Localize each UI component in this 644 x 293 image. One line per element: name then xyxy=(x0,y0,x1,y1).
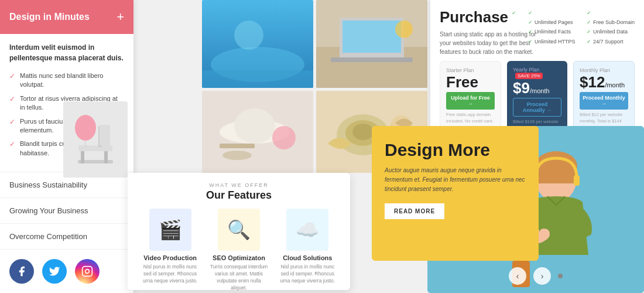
svg-rect-9 xyxy=(83,267,93,277)
svg-rect-24 xyxy=(220,144,255,148)
purchase-feature-item: Unlimited HTTPS xyxy=(528,37,575,46)
plan-price: Free xyxy=(446,74,495,90)
nav-item[interactable]: Growing Your Business xyxy=(0,198,133,224)
nav-items: Business SustainabilityGrowing Your Busi… xyxy=(0,172,133,250)
carousel-prev-button[interactable]: ‹ xyxy=(509,267,526,285)
svg-rect-6 xyxy=(100,125,110,146)
left-panel: Design in Minutes + Interdum velit euism… xyxy=(0,0,133,293)
feature-name: Video Production xyxy=(141,254,200,261)
plan-button-starter[interactable]: Upload for Free → xyxy=(446,92,495,110)
plan-price: $9/month xyxy=(513,80,561,96)
design-more-card: Design More Auctor augue mauris augue ne… xyxy=(372,126,539,261)
photo-1 xyxy=(202,0,313,88)
feature-icon: 🔍 xyxy=(218,209,260,251)
accordion-header[interactable]: Design in Minutes + xyxy=(0,0,133,34)
svg-point-7 xyxy=(75,115,96,141)
features-title: Our Features xyxy=(136,189,342,202)
plan-note: Free static.app domain included. No cred… xyxy=(446,112,495,124)
feature-item: 🎬Video ProductionNisl purus in mollis nu… xyxy=(141,209,200,292)
plan-label: Starter Plan xyxy=(446,67,495,73)
feature-item: ☁️Cloud SolutionsNisl purus in mollis nu… xyxy=(278,209,337,292)
feature-icon: 🎬 xyxy=(149,209,191,251)
features-card: WHAT WE OFFER Our Features 🎬Video Produc… xyxy=(128,173,350,290)
purchase-panel: Purchase Start using static app as a hos… xyxy=(430,0,644,129)
accordion-title: Design in Minutes xyxy=(9,12,90,22)
purchase-feature-item: Unlimited Pages xyxy=(528,18,575,27)
purchase-feature-item: Unlimited Data xyxy=(587,27,635,36)
svg-rect-35 xyxy=(536,166,577,183)
svg-rect-18 xyxy=(342,21,401,53)
features-label: WHAT WE OFFER xyxy=(136,182,342,188)
checklist-item: Mattis nunc sed blandit libero volutpat. xyxy=(9,71,124,90)
svg-rect-0 xyxy=(63,101,128,178)
svg-point-30 xyxy=(352,124,374,140)
design-intro: Interdum velit euismod in pellentesque m… xyxy=(9,42,124,63)
svg-rect-37 xyxy=(574,175,580,186)
feature-desc: Nisl purus in mollis nunc sed id semper.… xyxy=(141,264,200,285)
design-more-title: Design More xyxy=(385,140,526,160)
carousel-next-button[interactable]: › xyxy=(533,267,551,285)
design-content: Interdum velit euismod in pellentesque m… xyxy=(0,34,133,172)
plan-button-yearly[interactable]: Proceed Annually → xyxy=(513,98,561,117)
svg-point-13 xyxy=(234,21,263,50)
purchase-feature-item: Free Sub-Domain xyxy=(587,18,635,27)
feature-item: 🔍SEO OptimizatonTurris consequat interdu… xyxy=(210,209,268,292)
features-icons-row: 🎬Video ProductionNisl purus in mollis nu… xyxy=(136,209,342,292)
feature-desc: Nisl purus in mollis nunc sed id semper.… xyxy=(278,264,337,285)
svg-point-23 xyxy=(234,108,275,144)
plan-button-monthly[interactable]: Proceed Monthly → xyxy=(580,92,628,110)
svg-point-20 xyxy=(395,21,413,38)
feature-name: Cloud Solutions xyxy=(278,254,337,261)
feature-icon: ☁️ xyxy=(286,209,328,251)
svg-point-25 xyxy=(272,126,296,149)
facebook-icon[interactable] xyxy=(9,259,34,284)
carousel-controls: ‹ › xyxy=(509,267,563,285)
svg-rect-14 xyxy=(202,70,313,88)
plan-price: $12/month xyxy=(580,74,628,90)
feature-desc: Turris consequat interdum varius sit ame… xyxy=(210,264,268,292)
carousel-dot-1 xyxy=(558,274,563,278)
purchase-feature-item: Unlimited Facts xyxy=(528,27,575,36)
svg-point-26 xyxy=(222,151,252,160)
design-more-desc: Auctor augue mauris augue neque gravida … xyxy=(385,166,526,194)
photo-3 xyxy=(202,91,313,173)
plan-label: Monthly Plan xyxy=(580,67,628,73)
thumbnail xyxy=(63,101,128,178)
photo-2 xyxy=(316,0,427,88)
nav-item[interactable]: Overcome Competition xyxy=(0,224,133,250)
plan-save-badge: SAVE 25% xyxy=(515,73,543,79)
instagram-icon[interactable] xyxy=(75,259,100,284)
feature-name: SEO Optimizaton xyxy=(210,254,268,261)
svg-rect-19 xyxy=(331,57,413,62)
thumbnail-illustration xyxy=(63,101,128,178)
read-more-button[interactable]: READ MORE xyxy=(385,203,444,219)
twitter-icon[interactable] xyxy=(42,259,67,284)
expand-icon: + xyxy=(117,11,124,23)
social-row xyxy=(0,250,133,293)
svg-rect-4 xyxy=(78,145,112,151)
purchase-features: Unlimited PagesUnlimited FactsUnlimited … xyxy=(512,8,635,46)
plan-label: Yearly PlanSAVE 25% xyxy=(513,67,561,79)
purchase-feature-item: 24/7 Support xyxy=(587,37,635,46)
